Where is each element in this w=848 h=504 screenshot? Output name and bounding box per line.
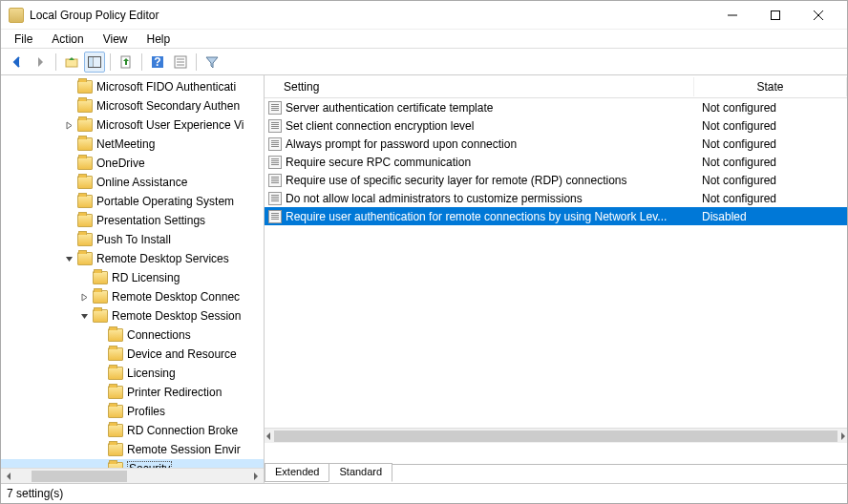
folder-icon: [77, 195, 93, 208]
list-row[interactable]: Require user authentication for remote c…: [265, 207, 847, 225]
tree-item[interactable]: Presentation Settings: [1, 211, 264, 230]
setting-name: Always prompt for password upon connecti…: [286, 137, 517, 151]
tree-item[interactable]: Microsoft User Experience Vi: [1, 116, 264, 135]
expander-placeholder: [62, 80, 75, 94]
folder-icon: [108, 405, 123, 418]
filter-button[interactable]: [201, 52, 223, 73]
expand-icon[interactable]: [62, 118, 75, 132]
forward-button[interactable]: [30, 52, 51, 73]
list-horizontal-scrollbar[interactable]: [265, 428, 847, 443]
tree-item[interactable]: Portable Operating System: [1, 192, 264, 211]
svg-rect-4: [66, 59, 77, 67]
tree-item-label: Device and Resource: [127, 347, 237, 361]
tree-pane: Microsoft FIDO AuthenticatiMicrosoft Sec…: [1, 75, 265, 483]
menu-view[interactable]: View: [94, 31, 138, 48]
tree-horizontal-scrollbar[interactable]: [1, 468, 264, 483]
window-title: Local Group Policy Editor: [30, 9, 710, 22]
tree-item[interactable]: RD Licensing: [1, 268, 264, 287]
tree-item[interactable]: OneDrive: [1, 154, 264, 173]
folder-icon: [77, 214, 93, 227]
setting-name: Require secure RPC communication: [286, 156, 471, 169]
view-tabs: Extended Standard: [265, 463, 847, 483]
expander-placeholder: [62, 233, 75, 246]
tree-item[interactable]: Connections: [1, 326, 264, 345]
list-row[interactable]: Require secure RPC communicationNot conf…: [265, 153, 847, 171]
tree-item[interactable]: NetMeeting: [1, 135, 264, 154]
scroll-right-icon[interactable]: [839, 432, 847, 440]
back-button[interactable]: [7, 52, 28, 73]
scrollbar-thumb[interactable]: [274, 430, 837, 442]
list-row[interactable]: Always prompt for password upon connecti…: [265, 135, 847, 153]
menu-bar: File Action View Help: [1, 30, 847, 49]
scroll-left-icon[interactable]: [265, 432, 272, 440]
scroll-right-icon[interactable]: [248, 469, 264, 484]
tree-item[interactable]: Remote Desktop Services: [1, 249, 264, 268]
collapse-icon[interactable]: [77, 309, 91, 323]
menu-help[interactable]: Help: [138, 31, 180, 48]
setting-name: Do not allow local administrators to cus…: [286, 192, 583, 205]
policy-setting-icon: [268, 210, 282, 223]
scrollbar-thumb[interactable]: [32, 471, 127, 482]
policy-setting-icon: [268, 156, 282, 169]
expander-placeholder: [93, 367, 106, 380]
properties-button[interactable]: [170, 52, 191, 73]
folder-icon: [77, 233, 93, 246]
scroll-left-icon[interactable]: [1, 469, 16, 484]
list-row[interactable]: Set client connection encryption levelNo…: [265, 116, 847, 135]
menu-action[interactable]: Action: [42, 31, 93, 48]
tree-item-label: Microsoft User Experience Vi: [96, 118, 244, 132]
policy-setting-icon: [268, 174, 282, 187]
expand-icon[interactable]: [77, 290, 91, 304]
close-button[interactable]: [796, 2, 839, 29]
main-area: Microsoft FIDO AuthenticatiMicrosoft Sec…: [1, 75, 847, 483]
help-button[interactable]: ?: [147, 52, 168, 73]
tree-item[interactable]: Profiles: [1, 402, 264, 421]
list-row[interactable]: Server authentication certificate templa…: [265, 98, 847, 116]
nav-tree[interactable]: Microsoft FIDO AuthenticatiMicrosoft Sec…: [1, 75, 264, 468]
menu-file[interactable]: File: [5, 31, 42, 48]
settings-list[interactable]: Server authentication certificate templa…: [265, 98, 847, 225]
title-bar: Local Group Policy Editor: [1, 1, 847, 30]
maximize-button[interactable]: [753, 2, 796, 29]
setting-name: Require use of specific security layer f…: [286, 174, 626, 187]
tab-extended[interactable]: Extended: [265, 463, 329, 482]
tree-item-label: Remote Desktop Session: [112, 309, 241, 323]
expander-placeholder: [62, 195, 75, 208]
folder-icon: [108, 367, 123, 380]
tree-item[interactable]: Security: [1, 459, 264, 468]
minimize-button[interactable]: [710, 2, 753, 29]
tree-item[interactable]: Push To Install: [1, 230, 264, 249]
list-row[interactable]: Require use of specific security layer f…: [265, 171, 847, 189]
tree-item-label: Remote Desktop Services: [96, 252, 229, 265]
setting-state: Not configured: [694, 137, 847, 151]
expander-placeholder: [62, 137, 75, 151]
tree-item[interactable]: Device and Resource: [1, 345, 264, 364]
list-row[interactable]: Do not allow local administrators to cus…: [265, 189, 847, 207]
column-header-state[interactable]: State: [694, 77, 847, 96]
show-hide-tree-button[interactable]: [84, 52, 105, 73]
tree-item-label: Connections: [127, 328, 191, 342]
export-button[interactable]: [116, 52, 137, 73]
tree-item-label: RD Licensing: [112, 271, 180, 284]
tree-item[interactable]: RD Connection Broke: [1, 421, 264, 440]
tree-item[interactable]: Remote Desktop Connec: [1, 287, 264, 306]
tree-item[interactable]: Online Assistance: [1, 173, 264, 192]
tree-item[interactable]: Microsoft Secondary Authen: [1, 96, 264, 116]
tree-item[interactable]: Printer Redirection: [1, 383, 264, 402]
list-header: Setting State: [265, 75, 847, 98]
toolbar-separator: [110, 53, 111, 71]
toolbar-separator: [55, 53, 56, 71]
tree-item[interactable]: Remote Desktop Session: [1, 306, 264, 326]
tab-standard[interactable]: Standard: [329, 463, 392, 482]
tree-item[interactable]: Microsoft FIDO Authenticati: [1, 77, 264, 96]
collapse-icon[interactable]: [62, 252, 75, 265]
expander-placeholder: [62, 99, 75, 113]
expander-placeholder: [93, 424, 106, 437]
tree-item[interactable]: Remote Session Envir: [1, 440, 264, 459]
setting-name: Set client connection encryption level: [286, 119, 474, 133]
tree-item[interactable]: Licensing: [1, 364, 264, 383]
column-header-setting[interactable]: Setting: [265, 77, 694, 96]
policy-setting-icon: [268, 119, 282, 133]
up-button[interactable]: [61, 52, 82, 73]
folder-icon: [77, 99, 93, 113]
